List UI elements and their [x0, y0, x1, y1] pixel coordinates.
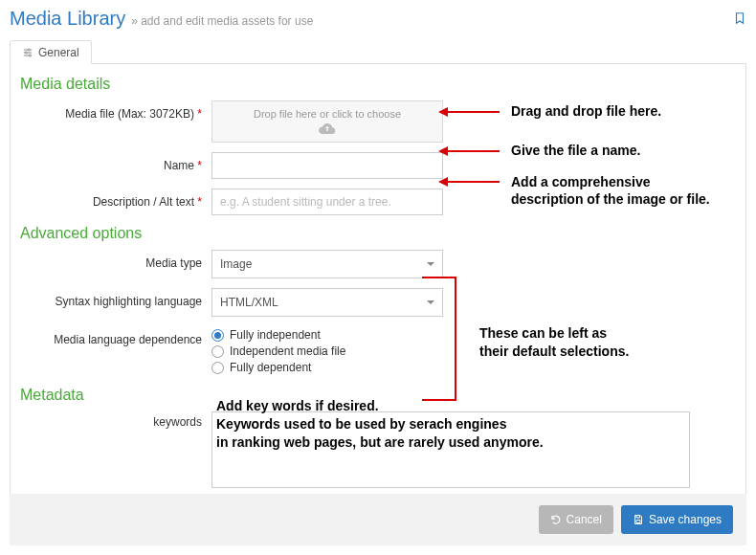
label-name: Name *: [20, 152, 211, 172]
radio-icon: [211, 345, 224, 358]
tab-general-label: General: [38, 46, 79, 59]
label-media-type: Media type: [20, 250, 211, 270]
save-button[interactable]: Save changes: [621, 505, 733, 534]
bookmark-icon[interactable]: [733, 11, 746, 25]
label-dependence: Media language dependence: [20, 326, 211, 346]
save-icon: [633, 514, 644, 525]
annotation-name: Give the file a name.: [446, 143, 640, 160]
annotation-defaults: These can be left as their default selec…: [479, 324, 629, 361]
annotation-bracket: [422, 277, 456, 401]
radio-icon: [211, 362, 224, 374]
section-media-details: Media details: [20, 76, 736, 93]
form-panel: Media details Media file (Max: 3072KB) *…: [10, 64, 746, 515]
svg-point-1: [26, 52, 28, 54]
tab-general[interactable]: General: [10, 40, 92, 64]
page-title: Media Library: [10, 8, 125, 30]
radio-fully-dependent[interactable]: Fully dependent: [211, 361, 443, 374]
annotation-description: Add a comprehensive description of the i…: [446, 174, 710, 208]
radio-label: Fully dependent: [230, 361, 311, 374]
label-keywords: keywords: [20, 411, 211, 429]
svg-point-2: [30, 55, 32, 56]
radio-independent-media-file[interactable]: Independent media file: [211, 344, 443, 358]
syntax-select[interactable]: HTML/XML: [211, 288, 443, 317]
arrow-icon: [446, 111, 500, 113]
radio-icon: [211, 329, 224, 342]
undo-icon: [550, 514, 562, 525]
description-input[interactable]: [211, 189, 443, 215]
radio-label: Fully independent: [230, 328, 321, 342]
section-advanced: Advanced options: [20, 225, 736, 242]
name-input[interactable]: [211, 152, 443, 179]
media-type-value: Image: [220, 257, 252, 271]
dropzone-text: Drop file here or click to choose: [254, 108, 401, 120]
tab-bar: General: [10, 39, 746, 64]
label-syntax: Syntax highlighting language: [20, 288, 211, 308]
radio-label: Independent media file: [230, 344, 345, 358]
cancel-button[interactable]: Cancel: [539, 505, 613, 534]
footer-bar: Cancel Save changes: [10, 494, 746, 545]
annotation-drop: Drag and drop file here.: [446, 103, 661, 121]
cancel-label: Cancel: [567, 513, 602, 526]
page-subtitle: add and edit media assets for use: [131, 14, 313, 28]
radio-fully-independent[interactable]: Fully independent: [211, 328, 443, 342]
file-dropzone[interactable]: Drop file here or click to choose: [211, 100, 443, 143]
svg-point-0: [29, 49, 31, 51]
label-media-file: Media file (Max: 3072KB) *: [20, 100, 211, 121]
upload-cloud-icon: [319, 122, 336, 135]
keywords-textarea[interactable]: [211, 411, 690, 488]
section-metadata: Metadata: [20, 387, 736, 404]
label-description: Description / Alt text *: [20, 189, 211, 209]
arrow-icon: [446, 150, 500, 152]
syntax-value: HTML/XML: [220, 296, 278, 309]
media-type-select[interactable]: Image: [211, 250, 443, 278]
save-label: Save changes: [649, 513, 722, 526]
arrow-icon: [446, 181, 500, 183]
sliders-icon: [22, 47, 33, 58]
page-header: Media Library add and edit media assets …: [10, 8, 746, 33]
caret-down-icon: [427, 262, 434, 266]
